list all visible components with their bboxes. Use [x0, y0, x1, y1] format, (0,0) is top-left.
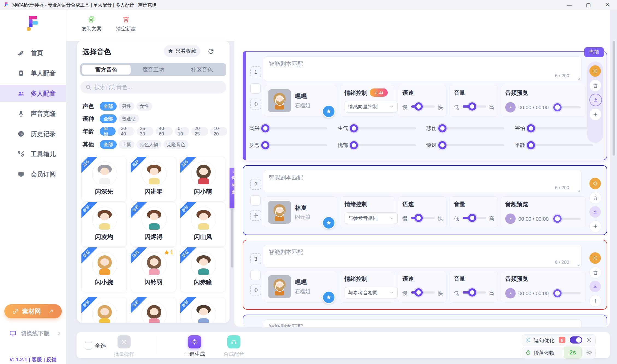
voice-card[interactable]: 版权 闪山风 — [180, 202, 226, 247]
voice-assign-card[interactable]: 林夏 闪云娘 — [264, 196, 337, 228]
filter-chip[interactable]: 0-10 — [175, 127, 189, 136]
maximize-button[interactable]: ▢ — [582, 0, 595, 10]
voice-card[interactable]: 版权 — [81, 297, 127, 323]
synthesize-dub-button[interactable] — [227, 335, 240, 348]
filter-chip[interactable]: 40-60 — [155, 127, 173, 136]
filter-chip[interactable]: 20-25 — [191, 127, 208, 136]
voice-card[interactable]: 版权 闪讲零 — [131, 157, 176, 202]
voice-card[interactable]: 版权 闪凌均 — [81, 202, 127, 247]
preview-play-button[interactable] — [505, 214, 516, 224]
drag-handle[interactable] — [250, 285, 261, 295]
version-info[interactable]: V: 1.2.1 | 客服 | 反馈 — [0, 356, 66, 363]
emotion-mode-select[interactable]: 与参考音相同 — [345, 212, 398, 224]
download-track-button[interactable] — [589, 94, 602, 106]
voice-card[interactable]: 版权 — [180, 297, 226, 323]
favorite-star-badge[interactable] — [322, 105, 335, 118]
drag-handle[interactable] — [250, 99, 261, 110]
voice-card[interactable]: 版权 — [131, 297, 176, 323]
filter-chip[interactable]: 25-30 — [137, 127, 154, 136]
preview-play-button[interactable] — [505, 288, 516, 298]
filter-chip[interactable]: 普通话 — [119, 114, 139, 123]
filter-chip[interactable]: 克隆音色 — [163, 140, 189, 149]
download-track-button[interactable] — [589, 206, 601, 218]
filter-chip[interactable]: 女性 — [136, 102, 152, 111]
emotion-slider[interactable] — [527, 144, 593, 146]
favorites-only-button[interactable]: 只看收藏 — [164, 45, 200, 57]
filter-chip[interactable]: 上新 — [119, 140, 134, 149]
filter-chip[interactable]: 特色人物 — [136, 140, 161, 149]
play-overlay-icon[interactable] — [275, 282, 284, 292]
voice-card[interactable]: 版权 闪烬浔 — [131, 202, 176, 247]
gear-icon[interactable] — [586, 350, 592, 356]
emotion-slider[interactable] — [439, 127, 504, 129]
script-textarea[interactable]: 智能剧本匹配 6 / 200 — [264, 245, 581, 268]
emotion-slider[interactable] — [350, 144, 416, 146]
sidebar-item-membership[interactable]: 会员订阅 — [0, 166, 66, 183]
filter-chip[interactable]: 10-20 — [210, 127, 227, 136]
preview-seek-slider[interactable] — [554, 218, 581, 220]
pause-duration-value[interactable]: 2s — [564, 347, 582, 359]
tab-community-voices[interactable]: 社区音色 — [178, 63, 226, 76]
filter-chip[interactable]: 全部 — [100, 127, 116, 136]
sidebar-item-home[interactable]: 首页 — [0, 45, 66, 61]
delete-track-button[interactable] — [589, 192, 601, 204]
add-track-button[interactable] — [589, 220, 601, 232]
sidebar-item-voice-clone[interactable]: 声音克隆 — [0, 105, 66, 122]
voice-search-input[interactable]: 搜索官方音色... — [80, 81, 226, 93]
voice-card[interactable]: 版权 闪赤瞳 — [180, 247, 226, 292]
track-checkbox[interactable] — [250, 270, 261, 280]
filter-chip[interactable]: 全部 — [100, 114, 117, 123]
gear-icon[interactable] — [586, 337, 592, 343]
sidebar-item-toolbox[interactable]: 工具箱儿 — [0, 146, 66, 162]
select-all-checkbox[interactable] — [85, 342, 92, 350]
emotion-mode-select[interactable]: 与参考音相同 — [345, 287, 398, 298]
sidebar-item-single-dub[interactable]: 单人配音 — [0, 65, 66, 82]
filter-chip[interactable]: 男性 — [119, 102, 134, 111]
delete-track-button[interactable] — [589, 267, 601, 279]
tab-magic-workshop[interactable]: 魔音工坊 — [129, 63, 178, 76]
emotion-slider[interactable] — [262, 144, 327, 146]
preview-seek-slider[interactable] — [554, 106, 581, 108]
download-track-button[interactable] — [589, 281, 601, 292]
preview-play-button[interactable] — [505, 102, 516, 113]
emotion-slider[interactable] — [350, 127, 416, 129]
material-site-button[interactable]: 素材网 — [4, 304, 62, 318]
generate-track-button[interactable] — [589, 65, 601, 77]
resize-handle-icon[interactable] — [575, 75, 580, 80]
drag-handle[interactable] — [250, 210, 261, 221]
generate-track-button[interactable] — [589, 178, 601, 189]
close-button[interactable]: ✕ — [601, 0, 614, 10]
voice-card[interactable]: 版权 闪小婉 — [81, 247, 127, 292]
volume-slider[interactable] — [463, 291, 486, 294]
favorite-star-badge[interactable] — [322, 291, 335, 304]
resize-handle-icon[interactable] — [575, 187, 580, 192]
add-track-button[interactable] — [589, 108, 601, 120]
emotion-slider[interactable] — [527, 127, 593, 129]
add-track-button[interactable] — [589, 295, 601, 307]
emotion-mode-select[interactable]: 情感向量控制 — [345, 101, 398, 113]
delete-track-button[interactable] — [589, 79, 601, 91]
voice-card[interactable]: 版权 1 闪铃羽 — [131, 247, 176, 292]
volume-slider[interactable] — [463, 217, 486, 219]
play-overlay-icon[interactable] — [275, 96, 284, 106]
filter-chip[interactable]: 全部 — [100, 140, 117, 149]
resize-handle-icon[interactable] — [575, 262, 580, 267]
voice-assign-card[interactable]: 嘿嘿 石榴姐 — [264, 271, 337, 303]
preview-seek-slider[interactable] — [554, 292, 581, 294]
emotion-slider[interactable] — [439, 144, 504, 146]
comma-optimize-toggle[interactable] — [570, 336, 582, 344]
favorite-star-badge[interactable] — [322, 216, 335, 229]
voice-assign-card[interactable]: 嘿嘿 石榴姐 — [264, 85, 337, 117]
window-scrollbar[interactable] — [613, 41, 615, 156]
track-checkbox[interactable] — [250, 83, 261, 94]
sidebar-item-multi-dub[interactable]: 多人配音 — [0, 85, 66, 102]
batch-operation-button[interactable] — [117, 335, 131, 348]
speed-slider[interactable] — [411, 291, 435, 294]
track-checkbox[interactable] — [250, 195, 261, 206]
filter-chip[interactable]: 30-40 — [117, 127, 135, 136]
copy-script-button[interactable]: 复制文案 — [77, 14, 107, 34]
sidebar-item-history[interactable]: 历史记录 — [0, 125, 66, 142]
play-overlay-icon[interactable] — [275, 208, 284, 217]
panel-scrollbar[interactable] — [231, 209, 233, 268]
script-textarea[interactable]: 智能剧本匹配 6 / 200 — [264, 170, 581, 193]
